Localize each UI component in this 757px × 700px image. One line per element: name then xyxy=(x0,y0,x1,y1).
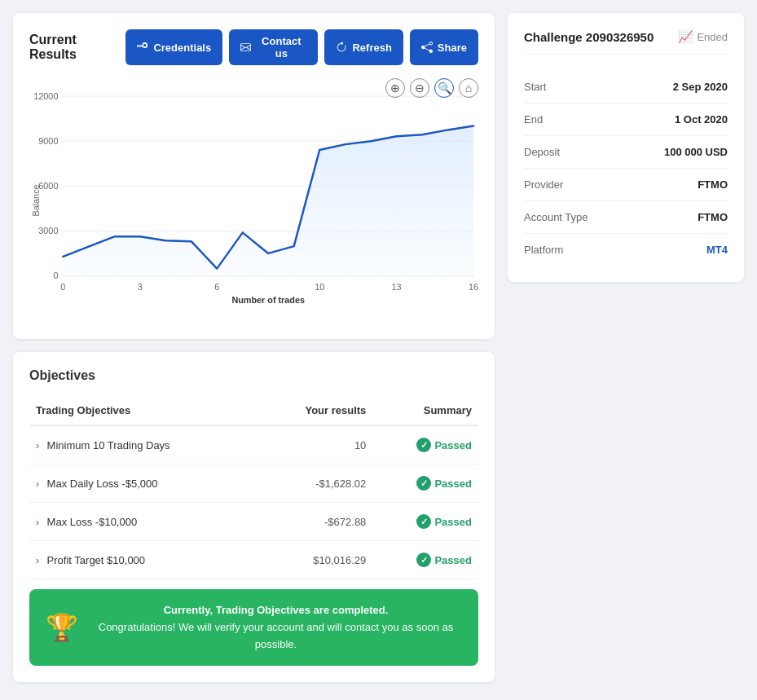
svg-text:Number of trades: Number of trades xyxy=(231,295,305,305)
info-value: FTMO xyxy=(698,178,728,191)
table-row: › Minimum 10 Trading Days 10 ✓ Passed xyxy=(29,425,478,464)
objective-label: › Profit Target $10,000 xyxy=(29,541,257,579)
objective-summary: ✓ Passed xyxy=(372,541,478,579)
contact-button[interactable]: Contact us xyxy=(229,29,318,65)
info-row: Start 2 Sep 2020 xyxy=(524,71,728,103)
table-row: › Max Loss -$10,000 -$672.88 ✓ Passed xyxy=(29,503,478,541)
success-banner-text: Currently, Trading Objectives are comple… xyxy=(90,602,462,653)
credentials-button[interactable]: Credentials xyxy=(125,29,222,65)
svg-text:Balance: Balance xyxy=(31,184,41,216)
svg-text:12000: 12000 xyxy=(33,91,58,101)
chart-icon: 📈 xyxy=(678,29,693,44)
objectives-card: Objectives Trading Objectives Your resul… xyxy=(13,352,495,682)
col-your-results: Your results xyxy=(257,396,372,425)
objective-result: -$1,628.02 xyxy=(257,464,372,503)
svg-text:6: 6 xyxy=(214,282,219,292)
svg-text:16: 16 xyxy=(469,282,478,292)
check-icon: ✓ xyxy=(416,553,431,567)
action-buttons: Credentials Contact us Refresh xyxy=(125,29,478,65)
row-toggle-3[interactable]: › xyxy=(36,555,39,566)
passed-badge: ✓ Passed xyxy=(416,438,472,452)
passed-badge: ✓ Passed xyxy=(416,476,472,491)
col-trading-objectives: Trading Objectives xyxy=(29,396,257,425)
objective-summary: ✓ Passed xyxy=(372,503,478,541)
banner-line2: Congratulations! We will verify your acc… xyxy=(99,621,453,650)
svg-text:3000: 3000 xyxy=(38,226,58,236)
table-row: › Max Daily Loss -$5,000 -$1,628.02 ✓ Pa… xyxy=(29,464,478,503)
chart-controls: ⊕ ⊖ 🔍 ⌂ xyxy=(385,78,478,98)
col-summary: Summary xyxy=(372,396,478,425)
svg-text:3: 3 xyxy=(138,282,143,292)
check-icon: ✓ xyxy=(416,438,431,452)
info-label: Provider xyxy=(524,178,563,191)
info-label: Deposit xyxy=(524,146,560,158)
svg-text:6000: 6000 xyxy=(38,181,58,191)
ended-badge: 📈 Ended xyxy=(678,29,728,44)
row-toggle-1[interactable]: › xyxy=(36,478,39,490)
row-toggle-2[interactable]: › xyxy=(36,517,39,528)
objective-label: › Minimum 10 Trading Days xyxy=(29,425,257,464)
svg-text:10: 10 xyxy=(315,282,324,292)
info-value: 1 Oct 2020 xyxy=(675,113,728,125)
refresh-icon xyxy=(336,42,347,53)
info-label: Platform xyxy=(524,244,563,256)
row-toggle-0[interactable]: › xyxy=(36,440,39,451)
refresh-button[interactable]: Refresh xyxy=(324,29,403,65)
info-row: Provider FTMO xyxy=(524,169,728,201)
challenge-card: Challenge 2090326950 📈 Ended Start 2 Sep… xyxy=(508,13,744,282)
info-row: Account Type FTMO xyxy=(524,201,728,234)
share-button[interactable]: Share xyxy=(410,29,478,65)
envelope-icon xyxy=(240,42,251,53)
card-title: Current Results xyxy=(29,33,125,62)
trophy-icon: 🏆 xyxy=(46,612,78,643)
objectives-table: Trading Objectives Your results Summary … xyxy=(29,396,478,579)
objective-summary: ✓ Passed xyxy=(372,464,478,503)
share-icon xyxy=(421,42,433,53)
info-row: Platform MT4 xyxy=(524,234,728,266)
objective-summary: ✓ Passed xyxy=(372,425,478,464)
objective-result: 10 xyxy=(257,425,372,464)
zoom-select-button[interactable]: 🔍 xyxy=(434,78,454,98)
info-label: Start xyxy=(524,81,546,93)
check-icon: ✓ xyxy=(416,476,431,491)
challenge-info: Start 2 Sep 2020 End 1 Oct 2020 Deposit … xyxy=(524,71,728,266)
banner-line1: Currently, Trading Objectives are comple… xyxy=(164,604,389,616)
info-label: Account Type xyxy=(524,211,588,223)
passed-badge: ✓ Passed xyxy=(416,514,472,529)
objective-result: $10,016.29 xyxy=(257,541,372,579)
objective-label: › Max Daily Loss -$5,000 xyxy=(29,464,257,503)
card-header: Current Results Credentials Contact us xyxy=(29,29,478,65)
right-panel: Challenge 2090326950 📈 Ended Start 2 Sep… xyxy=(508,13,744,682)
info-label: End xyxy=(524,113,543,125)
info-row: Deposit 100 000 USD xyxy=(524,136,728,169)
challenge-header: Challenge 2090326950 📈 Ended xyxy=(524,29,728,55)
success-banner: 🏆 Currently, Trading Objectives are comp… xyxy=(29,589,478,666)
key-icon xyxy=(137,42,148,53)
objective-label: › Max Loss -$10,000 xyxy=(29,503,257,541)
current-results-card: Current Results Credentials Contact us xyxy=(13,13,495,339)
balance-chart: 12000 9000 6000 3000 0 Balance xyxy=(29,78,478,323)
svg-text:0: 0 xyxy=(60,282,65,292)
info-value: FTMO xyxy=(698,211,728,223)
zoom-in-button[interactable]: ⊕ xyxy=(385,78,405,98)
info-value: 2 Sep 2020 xyxy=(673,81,728,93)
challenge-id: Challenge 2090326950 xyxy=(524,30,654,44)
info-value: 100 000 USD xyxy=(664,146,728,158)
svg-text:0: 0 xyxy=(53,271,58,280)
info-row: End 1 Oct 2020 xyxy=(524,103,728,136)
info-value: MT4 xyxy=(706,244,728,256)
home-button[interactable]: ⌂ xyxy=(459,78,478,98)
check-icon: ✓ xyxy=(416,514,431,529)
chart-container: ⊕ ⊖ 🔍 ⌂ 12000 9000 6000 3000 0 Balance xyxy=(29,78,478,323)
table-header-row: Trading Objectives Your results Summary xyxy=(29,396,478,425)
ended-label: Ended xyxy=(697,31,728,43)
objectives-title: Objectives xyxy=(29,368,478,383)
table-row: › Profit Target $10,000 $10,016.29 ✓ Pas… xyxy=(29,541,478,579)
svg-text:9000: 9000 xyxy=(38,136,58,146)
svg-text:13: 13 xyxy=(392,282,402,292)
zoom-out-button[interactable]: ⊖ xyxy=(410,78,429,98)
objective-result: -$672.88 xyxy=(257,503,372,541)
passed-badge: ✓ Passed xyxy=(416,553,472,567)
